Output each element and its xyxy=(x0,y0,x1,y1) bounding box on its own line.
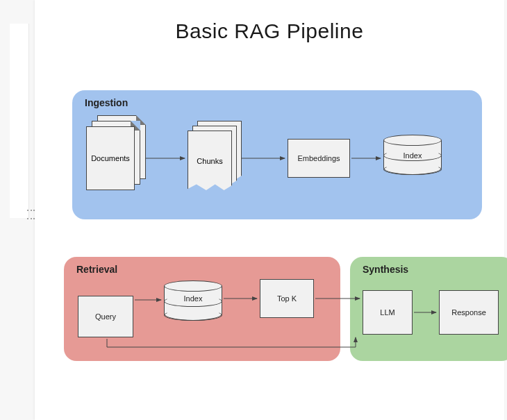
node-topk-label: Top K xyxy=(277,294,297,303)
node-chunks-label: Chunks xyxy=(197,157,222,165)
panel-ingestion: Ingestion Documents Chunks Embeddings xyxy=(72,90,482,219)
node-index-ingestion: Index xyxy=(383,135,442,178)
node-response: Response xyxy=(439,290,499,335)
panel-retrieval-label: Retrieval xyxy=(76,264,117,275)
node-embeddings-label: Embeddings xyxy=(297,154,340,162)
node-query: Query xyxy=(78,296,133,337)
node-response-label: Response xyxy=(451,308,486,317)
panel-synthesis: Synthesis LLM Response xyxy=(350,257,507,361)
node-index-retrieval-label: Index xyxy=(164,294,222,303)
node-index-retrieval: Index xyxy=(164,280,222,324)
node-llm-label: LLM xyxy=(380,308,394,317)
prev-page-edge xyxy=(10,24,29,218)
node-query-label: Query xyxy=(95,312,116,321)
node-documents-label: Documents xyxy=(91,154,130,162)
page-canvas: Basic RAG Pipeline Ingestion Documents C… xyxy=(35,0,504,420)
diagram-title: Basic RAG Pipeline xyxy=(35,19,504,43)
node-index-ingestion-label: Index xyxy=(383,151,442,160)
node-embeddings: Embeddings xyxy=(288,139,350,178)
panel-retrieval: Retrieval Query Index Top K xyxy=(64,257,340,361)
node-llm: LLM xyxy=(363,290,413,335)
node-topk: Top K xyxy=(260,279,314,318)
panel-ingestion-label: Ingestion xyxy=(85,97,128,108)
panel-synthesis-label: Synthesis xyxy=(363,264,408,275)
left-rail: ⋮⋮ xyxy=(0,0,32,420)
